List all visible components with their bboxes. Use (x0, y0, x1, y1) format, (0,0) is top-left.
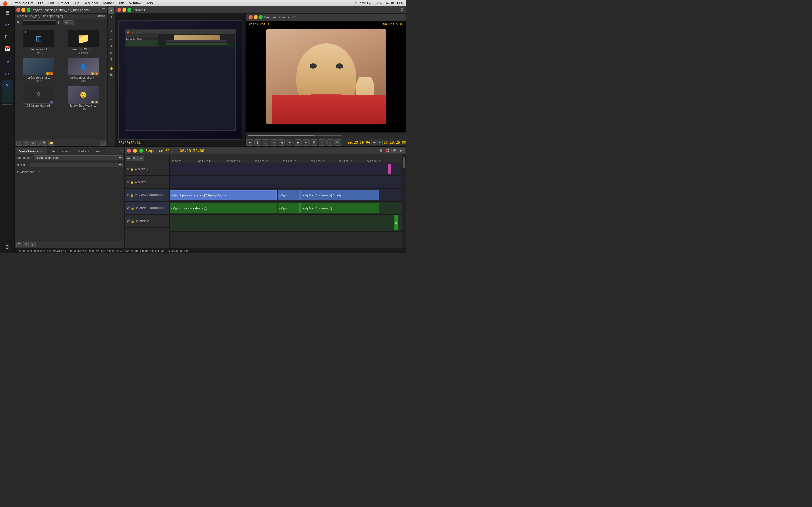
zoom-out-btn[interactable]: 🔍 (132, 156, 138, 161)
video1-opacity-slider[interactable] (149, 194, 163, 196)
panel-tabs-menu[interactable]: ☰ (120, 150, 123, 154)
marker-btn[interactable]: ◆ (398, 148, 404, 153)
menu-help[interactable]: Help (146, 1, 153, 5)
audio1-volume-slider[interactable] (150, 207, 164, 209)
menu-file[interactable]: File (38, 1, 43, 5)
tool-type[interactable]: T (108, 57, 114, 63)
tool-zoom[interactable]: 🔍 (108, 72, 114, 78)
prog-insert-btn[interactable]: ↙ (319, 139, 325, 146)
dock-ps2[interactable]: Ps (2, 68, 13, 80)
audio1-expand-btn[interactable]: ▼ (135, 207, 138, 210)
media-icon-view-btn[interactable]: ⊞ (23, 242, 29, 247)
dock-calendar[interactable]: 📅 (2, 43, 13, 54)
clip-video1-1[interactable]: cs6pp stop motion body.mov [V] Opacity:O… (170, 190, 277, 200)
menu-sequence[interactable]: Sequence (84, 1, 99, 5)
icon-view-btn[interactable]: ⊞ (23, 140, 29, 146)
prog-timeline-scrub[interactable] (246, 132, 406, 138)
menu-title[interactable]: Title (118, 1, 124, 5)
track-video2[interactable] (170, 176, 402, 189)
prog-out-btn[interactable]: ⌋ (262, 139, 269, 146)
view-as-select[interactable] (29, 163, 123, 167)
menu-clip[interactable]: Clip (73, 1, 79, 5)
close-button[interactable] (16, 8, 20, 12)
track-video1[interactable]: cs6pp stop motion body.mov [V] Opacity:O… (170, 189, 402, 202)
tool-ripple[interactable]: ↕ (108, 27, 114, 34)
timeline-menu-icon[interactable]: ☰ (379, 149, 382, 152)
automate-btn[interactable]: → (37, 140, 41, 146)
timeline-max-btn[interactable] (139, 149, 143, 153)
prog-scrub-bar[interactable] (248, 135, 342, 136)
menu-window[interactable]: Window (129, 1, 141, 5)
source-min-btn[interactable] (122, 8, 126, 12)
new-item-btn[interactable]: + (100, 140, 106, 146)
dock-ae[interactable]: Ae (2, 19, 13, 31)
menu-premiere[interactable]: Premiere Pro (13, 1, 34, 5)
maximize-button[interactable] (27, 8, 31, 12)
dock-br[interactable]: Br (2, 57, 13, 68)
video1-expand-btn[interactable]: ▼ (135, 193, 138, 196)
project-item-sequence01[interactable]: ⊞ 🔷 Sequence 01 32495 (17, 29, 61, 56)
list-view-btn[interactable]: ☰ (16, 140, 22, 146)
dock-trash[interactable]: 🗑 (2, 241, 13, 252)
timeline-right-scrollbar[interactable] (402, 154, 406, 248)
prog-min-btn[interactable] (254, 15, 258, 19)
add-track-btn[interactable]: + (138, 156, 144, 161)
timeline-ruler[interactable]: :18:58:20 00:19:28:19 00:19:58:19 00:20:… (170, 154, 402, 163)
panel-menu-icon[interactable]: ☰ (102, 8, 106, 12)
prog-in-btn[interactable]: ⌊ (254, 139, 261, 146)
timeline-min-btn[interactable] (133, 149, 137, 153)
tool-hand[interactable]: ✋ (108, 65, 114, 71)
source-close-btn[interactable] (117, 8, 121, 12)
project-item-video1[interactable]: ▦ ▦ cs6pp stop moti... 53721 (17, 57, 61, 84)
tool-pen[interactable]: ✏ (108, 50, 114, 56)
scrollbar-thumb[interactable] (403, 157, 405, 168)
tab-info[interactable]: Info (47, 148, 58, 154)
prog-overwrite-btn[interactable]: ↘ (326, 139, 333, 146)
new-bin-btn[interactable]: 📁 (49, 140, 54, 146)
prog-close-btn[interactable] (249, 15, 253, 19)
snap-btn[interactable]: 🧲 (385, 148, 390, 153)
link-btn[interactable]: 🔗 (391, 148, 397, 153)
dock-finder[interactable]: 🖥 (2, 7, 13, 18)
clip-audio1-1[interactable]: cs6pp stop motion body.mov [A] (170, 203, 277, 213)
prog-go-start-btn[interactable]: ⏮ (270, 139, 277, 146)
project-item-audio[interactable]: ? ♪ 08 Ongronder.mp3 (17, 85, 61, 112)
track-audio1[interactable]: cs6pp stop motion body.mov [A] cs6pp sto… (170, 202, 402, 215)
tab-media-browser-close[interactable]: ✕ (41, 150, 43, 153)
prog-safe-btn[interactable]: ⊞ (311, 139, 317, 146)
video1-lock-icon[interactable]: 🔒 (130, 193, 134, 196)
tool-rate[interactable]: ↔ (108, 21, 114, 27)
in-select[interactable]: All (63, 20, 73, 25)
tab-markers[interactable]: Markers (75, 148, 92, 154)
track-video3[interactable] (170, 163, 402, 176)
video2-eye-icon[interactable]: 👁 (126, 180, 129, 184)
video2-lock-icon[interactable]: 🔒 (130, 180, 134, 184)
program-settings-icon[interactable]: ☰ (401, 15, 404, 19)
tool-razor[interactable]: ✂ (108, 36, 114, 43)
source-max-btn[interactable] (128, 8, 132, 12)
video3-expand-btn[interactable]: ▶ (135, 168, 137, 171)
clip-audio1-3[interactable]: family Stop Motion.mov [A] (300, 203, 379, 213)
track-audio2[interactable]: 08 (170, 215, 402, 231)
project-item-video3[interactable]: 😊 ▦ ▦ family Stop Motion.... 440 (62, 85, 105, 112)
prog-export-btn[interactable]: 📷 (335, 139, 341, 146)
video3-eye-icon[interactable]: 👁 (126, 168, 129, 171)
video2-expand-btn[interactable]: ▶ (135, 180, 137, 184)
prog-marker-btn[interactable]: ◆ (246, 139, 253, 146)
free-view-btn[interactable]: ▦ (30, 140, 36, 146)
dock-lr[interactable]: Lr (2, 92, 13, 103)
audio2-mute-icon[interactable]: 🔊 (126, 219, 130, 223)
tab-media-browser[interactable]: Media Browser ✕ (16, 148, 46, 154)
prog-zoom-select[interactable]: Full ▼ (371, 140, 382, 145)
project-item-folder[interactable]: 📁 teaching Chuck... 4 Items (62, 29, 105, 56)
find-btn[interactable]: 🔍 (42, 140, 47, 146)
project-item-video2[interactable]: 👤 ▦ ▦ cs6pp stopmotion i... 245 (62, 57, 105, 84)
media-columns-btn[interactable]: ⫿ (30, 242, 36, 247)
search-input[interactable] (22, 20, 56, 25)
tab-history[interactable]: His... (93, 148, 106, 154)
source-menu-icon[interactable]: ☰ (401, 8, 404, 11)
menu-project[interactable]: Project (58, 1, 69, 5)
dock-pr[interactable]: Pr (2, 80, 13, 92)
audio2-lock-icon[interactable]: 🔒 (131, 219, 134, 223)
prog-step-back-btn[interactable]: ◀ (278, 139, 285, 146)
